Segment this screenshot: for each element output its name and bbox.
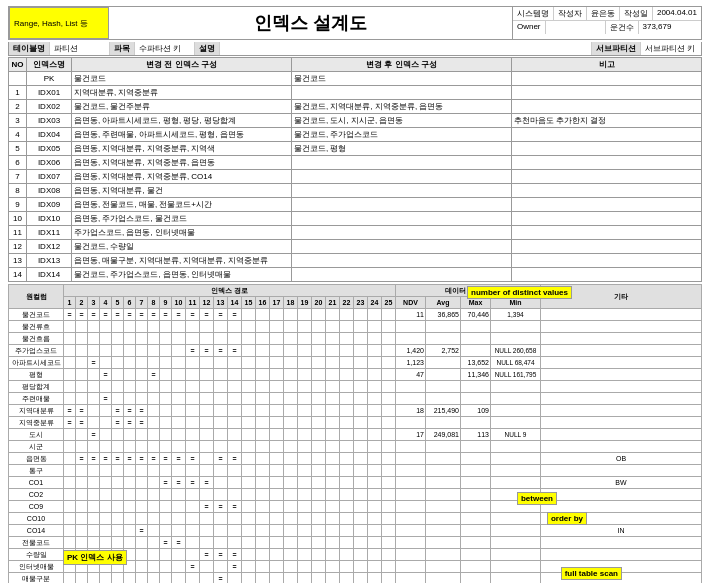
detail-ndv-15 xyxy=(396,489,426,501)
detail-idx-21-8 xyxy=(148,561,160,573)
detail-note-6 xyxy=(541,381,702,393)
detail-idx-4-22 xyxy=(340,357,354,369)
detail-idx-3-12: = xyxy=(200,345,214,357)
detail-idx-20-13: = xyxy=(214,549,228,561)
detail-idx-21-16 xyxy=(256,561,270,573)
count-value: 373,679 xyxy=(639,21,676,34)
detail-idx-10-5 xyxy=(112,429,124,441)
detail-idx-1-10 xyxy=(172,321,186,333)
idx-1: 1 xyxy=(64,297,76,309)
detail-idx-12-9: = xyxy=(160,453,172,465)
detail-idx-19-19 xyxy=(298,537,312,549)
detail-avg-3: 2,752 xyxy=(426,345,461,357)
detail-idx-4-14 xyxy=(228,357,242,369)
detail-idx-0-3: = xyxy=(88,309,100,321)
detail-idx-8-20 xyxy=(312,405,326,417)
detail-avg-13 xyxy=(426,465,461,477)
detail-idx-12-16 xyxy=(256,453,270,465)
detail-idx-20-10 xyxy=(172,549,186,561)
header-meta-row-1: 시스템명 작성자 윤은동 작성일 2004.04.01 xyxy=(513,7,701,21)
detail-idx-13-14 xyxy=(228,465,242,477)
idx-4: 4 xyxy=(100,297,112,309)
detail-idx-6-18 xyxy=(284,381,298,393)
detail-idx-13-16 xyxy=(256,465,270,477)
detail-idx-13-20 xyxy=(312,465,326,477)
index-cell-8-0: 8 xyxy=(9,184,27,198)
detail-idx-17-13 xyxy=(214,513,228,525)
table-value: 파티션 xyxy=(50,42,110,55)
detail-idx-12-11: = xyxy=(186,453,200,465)
detail-idx-12-24 xyxy=(368,453,382,465)
detail-idx-21-17 xyxy=(270,561,284,573)
detail-idx-1-22 xyxy=(340,321,354,333)
detail-idx-5-22 xyxy=(340,369,354,381)
detail-max-21 xyxy=(461,561,491,573)
detail-idx-12-13: = xyxy=(214,453,228,465)
detail-idx-22-17 xyxy=(270,573,284,584)
owner-value xyxy=(546,21,606,34)
detail-idx-8-24 xyxy=(368,405,382,417)
detail-idx-6-23 xyxy=(354,381,368,393)
detail-idx-22-25 xyxy=(382,573,396,584)
detail-idx-9-18 xyxy=(284,417,298,429)
detail-idx-9-14 xyxy=(228,417,242,429)
detail-idx-15-13 xyxy=(214,489,228,501)
detail-idx-20-19 xyxy=(298,549,312,561)
detail-idx-6-4 xyxy=(100,381,112,393)
detail-idx-18-25 xyxy=(382,525,396,537)
detail-idx-0-23 xyxy=(354,309,368,321)
detail-name-17: CO10 xyxy=(9,513,64,525)
detail-name-7: 주련매물 xyxy=(9,393,64,405)
detail-idx-13-19 xyxy=(298,465,312,477)
detail-idx-17-15 xyxy=(242,513,256,525)
index-row-6: 6IDX06읍면동, 지역대분류, 지역중분류, 읍면동 xyxy=(9,156,702,170)
detail-idx-15-9 xyxy=(160,489,172,501)
header-area: Range, Hash, List 등 인덱스 설계도 시스템명 작성자 윤은동… xyxy=(8,6,702,40)
detail-idx-13-11 xyxy=(186,465,200,477)
detail-idx-11-16 xyxy=(256,441,270,453)
index-cell-13-2: 읍면동, 매물구분, 지역대분류, 지역대분류, 지역중분류 xyxy=(72,254,292,268)
detail-idx-19-11 xyxy=(186,537,200,549)
col-before: 변경 전 인덱스 구성 xyxy=(72,58,292,72)
detail-ndv-3: 1,420 xyxy=(396,345,426,357)
detail-wrapper: number of distinct values 원컬럼 인덱스 경로 데이터… xyxy=(8,284,702,583)
detail-idx-18-13 xyxy=(214,525,228,537)
detail-idx-8-19 xyxy=(298,405,312,417)
index-cell-4-3: 물건코드, 주가업스코드 xyxy=(292,128,512,142)
detail-name-0: 물건코드 xyxy=(9,309,64,321)
detail-idx-0-18 xyxy=(284,309,298,321)
detail-idx-0-7: = xyxy=(136,309,148,321)
detail-row-16: CO9=== xyxy=(9,501,702,513)
detail-idx-20-11 xyxy=(186,549,200,561)
detail-avg-18 xyxy=(426,525,461,537)
detail-idx-17-16 xyxy=(256,513,270,525)
detail-idx-3-21 xyxy=(326,345,340,357)
detail-idx-17-1 xyxy=(64,513,76,525)
detail-ndv-5: 47 xyxy=(396,369,426,381)
detail-avg-8: 215,490 xyxy=(426,405,461,417)
detail-idx-2-9 xyxy=(160,333,172,345)
detail-idx-5-14 xyxy=(228,369,242,381)
detail-idx-1-1 xyxy=(64,321,76,333)
detail-idx-7-25 xyxy=(382,393,396,405)
owner-label: Owner xyxy=(513,21,546,34)
detail-note-14: BW xyxy=(541,477,702,489)
detail-idx-17-8 xyxy=(148,513,160,525)
detail-ndv-8: 18 xyxy=(396,405,426,417)
detail-idx-5-3 xyxy=(88,369,100,381)
detail-idx-20-14: = xyxy=(228,549,242,561)
detail-idx-11-21 xyxy=(326,441,340,453)
detail-idx-8-25 xyxy=(382,405,396,417)
index-cell-0-3: 물건코드 xyxy=(292,72,512,86)
detail-idx-5-24 xyxy=(368,369,382,381)
detail-idx-3-1 xyxy=(64,345,76,357)
detail-idx-11-8 xyxy=(148,441,160,453)
detail-idx-2-4 xyxy=(100,333,112,345)
detail-idx-15-23 xyxy=(354,489,368,501)
detail-idx-3-23 xyxy=(354,345,368,357)
detail-idx-16-18 xyxy=(284,501,298,513)
detail-idx-6-22 xyxy=(340,381,354,393)
detail-idx-18-15 xyxy=(242,525,256,537)
detail-idx-7-22 xyxy=(340,393,354,405)
detail-name-3: 주가업스코드 xyxy=(9,345,64,357)
